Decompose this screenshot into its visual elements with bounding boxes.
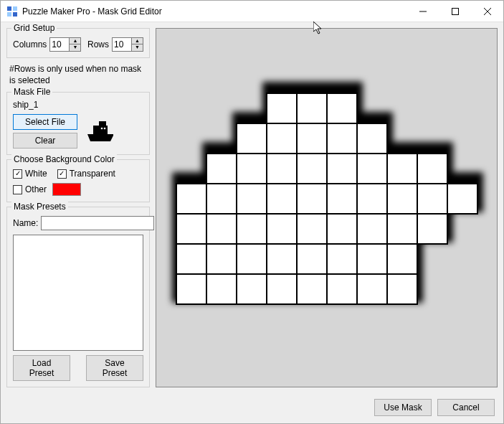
svg-rect-9 <box>99 121 106 126</box>
presets-legend: Mask Presets <box>11 202 68 212</box>
svg-rect-91 <box>237 214 267 244</box>
app-icon <box>6 6 18 17</box>
svg-rect-112 <box>357 274 387 304</box>
svg-rect-107 <box>206 274 237 304</box>
maximize-button[interactable] <box>439 1 471 22</box>
columns-label: Columns <box>13 39 47 50</box>
svg-rect-96 <box>387 214 417 244</box>
preset-name-input[interactable] <box>41 216 154 230</box>
columns-down[interactable]: ▼ <box>70 44 80 51</box>
svg-rect-3 <box>13 12 17 17</box>
app-window: Puzzle Maker Pro - Mask Grid Editor Grid… <box>0 0 504 424</box>
svg-rect-64 <box>297 93 327 123</box>
minimize-button[interactable] <box>406 1 439 22</box>
rows-label: Rows <box>87 39 109 50</box>
svg-rect-0 <box>7 6 11 11</box>
svg-rect-89 <box>176 214 206 244</box>
svg-rect-94 <box>327 214 357 244</box>
mask-presets-group: Mask Presets Name: Load Preset Save Pres… <box>6 207 150 387</box>
svg-rect-81 <box>237 184 267 214</box>
svg-rect-77 <box>387 154 417 184</box>
titlebar: Puzzle Maker Pro - Mask Grid Editor <box>1 1 503 22</box>
svg-rect-109 <box>267 274 297 304</box>
transparent-checkbox[interactable]: ✓ <box>57 169 67 179</box>
svg-rect-78 <box>417 154 447 184</box>
svg-rect-104 <box>357 244 387 274</box>
svg-rect-74 <box>297 154 327 184</box>
svg-rect-92 <box>267 214 297 244</box>
svg-rect-83 <box>297 184 327 214</box>
svg-rect-79 <box>176 184 206 214</box>
load-preset-button[interactable]: Load Preset <box>13 355 70 381</box>
columns-input[interactable] <box>49 37 70 52</box>
svg-rect-95 <box>357 214 387 244</box>
svg-point-11 <box>104 128 106 130</box>
svg-rect-100 <box>237 244 267 274</box>
background-legend: Choose Background Color <box>11 154 117 164</box>
svg-rect-65 <box>327 93 357 123</box>
svg-rect-84 <box>327 184 357 214</box>
other-color-swatch[interactable] <box>52 183 81 196</box>
svg-rect-97 <box>417 214 447 244</box>
columns-up[interactable]: ▲ <box>70 38 80 44</box>
svg-rect-98 <box>176 244 206 274</box>
save-preset-button[interactable]: Save Preset <box>86 355 143 381</box>
svg-rect-80 <box>206 184 237 214</box>
svg-rect-101 <box>267 244 297 274</box>
svg-point-10 <box>101 128 103 130</box>
svg-rect-68 <box>297 123 327 154</box>
white-label: White <box>25 169 47 179</box>
svg-rect-67 <box>267 123 297 154</box>
svg-rect-66 <box>237 123 267 154</box>
svg-rect-2 <box>7 12 11 17</box>
rows-input[interactable] <box>112 37 132 52</box>
rows-spinner[interactable]: ▲▼ <box>112 37 143 52</box>
close-button[interactable] <box>471 1 503 22</box>
mask-filename: ship_1 <box>13 100 143 110</box>
background-color-group: Choose Background Color ✓ White ✓ Transp… <box>6 159 150 202</box>
svg-rect-108 <box>237 274 267 304</box>
use-mask-button[interactable]: Use Mask <box>374 399 432 416</box>
svg-rect-105 <box>387 244 417 274</box>
preset-list[interactable] <box>13 235 143 351</box>
svg-rect-85 <box>357 184 387 214</box>
svg-rect-1 <box>13 6 17 11</box>
rows-note: #Rows is only used when no mask is selec… <box>6 62 150 88</box>
rows-down[interactable]: ▼ <box>132 44 143 51</box>
preset-name-label: Name: <box>13 218 38 228</box>
svg-rect-82 <box>267 184 297 214</box>
select-file-button[interactable]: Select File <box>13 114 77 130</box>
left-panel: Grid Setup Columns ▲▼ Rows ▲▼ <box>6 28 150 387</box>
preview-panel <box>156 28 498 387</box>
svg-rect-111 <box>327 274 357 304</box>
svg-rect-87 <box>417 184 447 214</box>
svg-rect-5 <box>452 8 458 14</box>
svg-rect-8 <box>93 126 108 134</box>
svg-rect-106 <box>176 274 206 304</box>
svg-rect-99 <box>206 244 237 274</box>
svg-rect-110 <box>297 274 327 304</box>
svg-rect-88 <box>447 184 477 214</box>
cancel-button[interactable]: Cancel <box>437 399 495 416</box>
svg-rect-63 <box>267 93 297 123</box>
svg-rect-90 <box>206 214 237 244</box>
grid-setup-group: Grid Setup Columns ▲▼ Rows ▲▼ <box>6 28 150 58</box>
svg-rect-86 <box>387 184 417 214</box>
svg-rect-93 <box>297 214 327 244</box>
rows-up[interactable]: ▲ <box>132 38 143 44</box>
other-checkbox[interactable] <box>13 185 22 194</box>
svg-rect-113 <box>387 274 417 304</box>
white-checkbox[interactable]: ✓ <box>13 169 22 179</box>
mask-file-legend: Mask File <box>11 87 52 97</box>
window-title: Puzzle Maker Pro - Mask Grid Editor <box>22 6 406 17</box>
svg-rect-73 <box>267 154 297 184</box>
svg-rect-71 <box>206 154 237 184</box>
svg-rect-103 <box>327 244 357 274</box>
svg-rect-75 <box>327 154 357 184</box>
columns-spinner[interactable]: ▲▼ <box>49 37 81 52</box>
mask-file-group: Mask File ship_1 Select File Clear <box>6 92 150 155</box>
grid-preview <box>162 43 492 373</box>
other-label: Other <box>25 184 47 194</box>
content-area: Grid Setup Columns ▲▼ Rows ▲▼ <box>1 22 503 423</box>
clear-button[interactable]: Clear <box>13 133 77 149</box>
